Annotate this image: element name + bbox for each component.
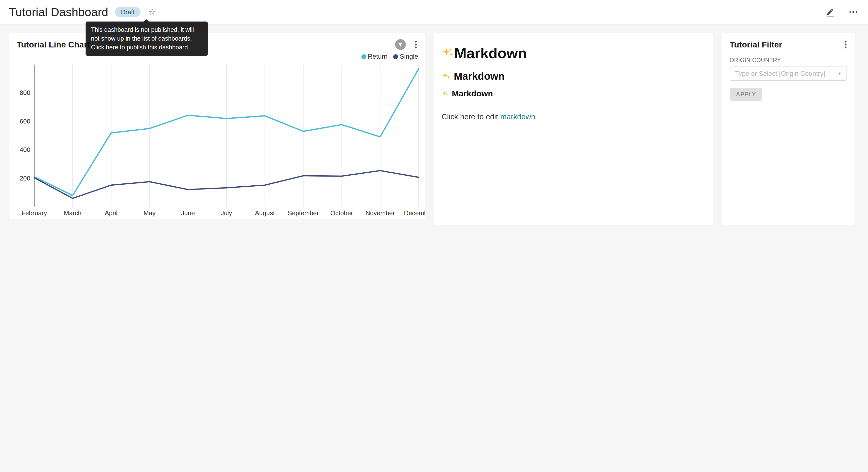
line-chart-svg: FebruaryMarchAprilMayJuneJulyAugustSepte…	[9, 61, 425, 218]
svg-text:June: June	[181, 209, 195, 217]
markdown-h1-text: Markdown	[454, 45, 527, 62]
svg-text:September: September	[288, 209, 319, 217]
line-chart-plot-area: FebruaryMarchAprilMayJuneJulyAugustSepte…	[9, 61, 425, 218]
markdown-footer-text: Click here to edit	[441, 113, 498, 121]
single-series-dot	[394, 54, 398, 59]
origin-country-label: ORIGIN COUNTRY	[730, 57, 781, 63]
filter-indicator-icon[interactable]	[395, 39, 406, 50]
markdown-footer: Click here to editmarkdown	[441, 113, 705, 121]
sparkles-icon	[441, 90, 449, 97]
legend-label: Single	[400, 53, 418, 60]
chart-legend: Return Single	[361, 53, 418, 60]
dashboard-root: Tutorial Dashboard Draft ☆ This dashboar…	[0, 0, 868, 236]
svg-text:February: February	[22, 209, 47, 217]
markdown-h1: Markdown	[441, 45, 705, 62]
legend-item-return[interactable]: Return	[361, 53, 388, 60]
apply-button[interactable]: APPLY	[730, 88, 763, 101]
return-series-dot	[361, 54, 366, 59]
markdown-card: Markdown Markdown Markdown Click	[434, 33, 713, 225]
svg-text:May: May	[144, 209, 156, 217]
markdown-h2-text: Markdown	[454, 70, 505, 82]
markdown-h3-text: Markdown	[452, 89, 493, 99]
svg-text:600: 600	[20, 118, 30, 125]
svg-text:400: 400	[20, 146, 30, 153]
svg-text:October: October	[330, 209, 353, 217]
svg-text:April: April	[105, 209, 117, 217]
legend-item-single[interactable]: Single	[394, 53, 418, 60]
legend-label: Return	[368, 53, 388, 60]
line-chart-actions	[395, 39, 418, 50]
more-vertical-icon[interactable]	[843, 39, 848, 50]
markdown-edit-link[interactable]: markdown	[500, 113, 535, 121]
sparkles-icon	[441, 72, 451, 81]
dashboard-header: Tutorial Dashboard Draft ☆	[0, 0, 868, 25]
line-chart-card: Tutorial Line Chart Return Single Februa…	[9, 33, 425, 218]
edit-pencil-glyph	[826, 7, 835, 17]
dropdown-caret-icon: ▼	[838, 71, 842, 76]
svg-text:800: 800	[20, 89, 30, 96]
sparkles-icon	[441, 47, 454, 60]
svg-text:December: December	[404, 209, 425, 217]
star-icon[interactable]: ☆	[148, 7, 156, 17]
select-placeholder: Type or Select [Origin Country]	[735, 70, 825, 77]
svg-text:August: August	[255, 209, 275, 217]
svg-text:March: March	[64, 209, 82, 217]
markdown-h3: Markdown	[441, 89, 705, 99]
origin-country-select[interactable]: Type or Select [Origin Country] ▼	[730, 66, 847, 81]
edit-pencil-icon[interactable]	[826, 7, 835, 17]
more-horizontal-icon[interactable]	[847, 9, 859, 15]
svg-text:200: 200	[20, 175, 30, 182]
unpublished-tooltip[interactable]: This dashboard is not published, it will…	[86, 22, 208, 56]
line-chart-title: Tutorial Line Chart	[17, 40, 90, 50]
draft-badge[interactable]: Draft	[115, 7, 141, 17]
more-vertical-icon[interactable]	[413, 39, 418, 50]
filter-card: Tutorial Filter ORIGIN COUNTRY Type or S…	[722, 33, 855, 225]
filter-card-actions	[843, 39, 848, 50]
markdown-h2: Markdown	[441, 70, 705, 82]
svg-text:July: July	[221, 209, 232, 217]
page-title: Tutorial Dashboard	[9, 5, 108, 19]
filter-card-title: Tutorial Filter	[730, 40, 782, 50]
header-actions	[826, 7, 859, 17]
svg-text:November: November	[366, 209, 395, 217]
